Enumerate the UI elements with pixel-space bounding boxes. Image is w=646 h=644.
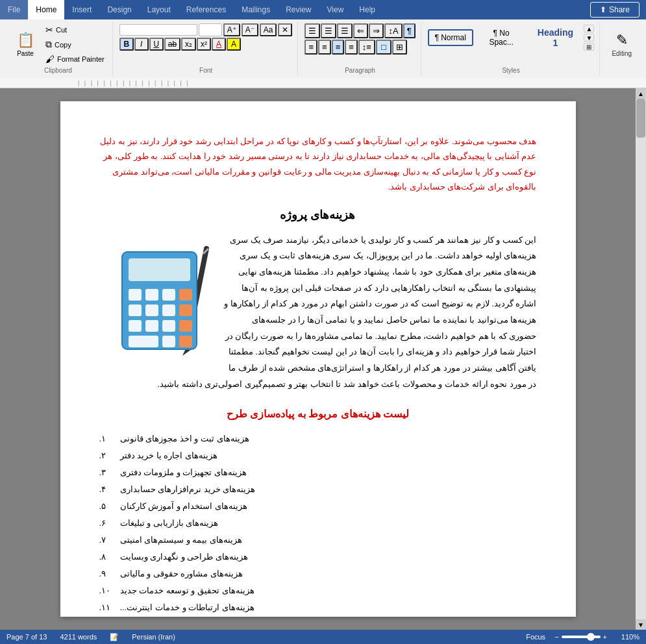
project-costs-section: هزینه‌های پروژه (99, 208, 537, 393)
intro-paragraph: هدف محسوب می‌شوند. علاوه بر این، استارتآ… (99, 134, 537, 195)
list-title: لیست هزینه‌های مربوط به پیاده‌سازی طرح (99, 408, 537, 420)
editing-button[interactable]: ✎ Editing (606, 29, 637, 60)
svg-rect-13 (129, 320, 142, 332)
share-icon: ⬆ (600, 5, 606, 14)
align-right-button[interactable]: ≡ (332, 40, 345, 55)
share-button[interactable]: ⬆ Share (590, 2, 640, 18)
sort-button[interactable]: ↕A (384, 23, 402, 38)
zoom-slider[interactable] (562, 636, 601, 638)
list-item: هزینه‌های استخدام و آموزش کارکنان۵. (99, 498, 524, 515)
tab-file[interactable]: File (0, 0, 28, 19)
styles-content: ¶ Normal ¶ No Spac... Heading 1 ▲ ▼ ⊞ (428, 23, 595, 66)
editing-content: ✎ Editing (606, 23, 637, 66)
document-scroll-area[interactable]: هدف محسوب می‌شوند. علاوه بر این، استارتآ… (0, 88, 636, 630)
section-title-project-costs: هزینه‌های پروژه (99, 208, 537, 222)
clear-formatting-button[interactable]: ✕ (278, 23, 292, 36)
font-size-decrease-button[interactable]: A⁻ (242, 23, 258, 36)
highlight-color-button[interactable]: A (227, 38, 241, 51)
svg-rect-4 (129, 258, 190, 281)
change-case-button[interactable]: Aa (260, 23, 277, 36)
focus-label[interactable]: Focus (526, 633, 545, 641)
cut-button[interactable]: ✂ Cut (43, 23, 107, 36)
decrease-indent-button[interactable]: ⇐ (353, 23, 368, 38)
zoom-out-button[interactable]: − (554, 633, 558, 641)
list-item: هزینه‌های خرید نرم‌افزارهای حسابداری۴. (99, 481, 524, 498)
justify-button[interactable]: ≡ (345, 40, 358, 55)
scroll-thumb[interactable] (636, 99, 645, 138)
style-scroll-down-button[interactable]: ▼ (584, 34, 594, 42)
font-group: Shabnam 11 A⁺ A⁻ Aa ✕ B I U ab x₂ x² (114, 22, 299, 75)
tab-mailings[interactable]: Mailings (234, 0, 278, 19)
tab-layout[interactable]: Layout (140, 0, 179, 19)
increase-indent-button[interactable]: ⇒ (369, 23, 384, 38)
style-heading1[interactable]: Heading 1 (530, 23, 582, 52)
borders-button[interactable]: ⊞ (392, 40, 407, 55)
paragraph-content: ☰ ☰ ☰ ⇐ ⇒ ↕A ¶ ≡ ≡ ≡ ≡ ↕≡ □ ⊞ (304, 23, 415, 66)
font-content: Shabnam 11 A⁺ A⁻ Aa ✕ B I U ab x₂ x² (119, 23, 293, 66)
tab-help[interactable]: Help (351, 0, 383, 19)
ruler: | | | | | | | | | | | | | | | | | | (0, 78, 646, 88)
copy-button[interactable]: ⧉ Copy (43, 38, 107, 51)
numbering-button[interactable]: ☰ (321, 23, 336, 38)
scroll-track (636, 99, 646, 619)
align-center-button[interactable]: ≡ (318, 40, 331, 55)
italic-button[interactable]: I (134, 38, 149, 51)
strikethrough-button[interactable]: ab (164, 38, 180, 51)
clipboard-content: 📋 Paste ✂ Cut ⧉ Copy 🖌 Format Painter (9, 23, 107, 66)
cut-icon: ✂ (45, 25, 53, 35)
svg-rect-6 (145, 289, 158, 301)
svg-rect-17 (129, 336, 158, 347)
style-normal[interactable]: ¶ Normal (428, 29, 473, 46)
tab-references[interactable]: References (179, 0, 234, 19)
proofing-icon: 📝 (110, 633, 119, 641)
styles-group: ¶ Normal ¶ No Spac... Heading 1 ▲ ▼ ⊞ St… (423, 22, 601, 75)
list-item: هزینه‌های مشاوره حقوقی و مالیاتی۹. (99, 565, 524, 582)
calculator-svg (112, 236, 216, 359)
zoom-control[interactable]: − + (554, 633, 607, 641)
multilevel-list-button[interactable]: ☰ (337, 23, 353, 38)
scroll-up-arrow[interactable]: ▲ (636, 88, 646, 99)
font-color-button[interactable]: A (212, 38, 226, 51)
align-left-button[interactable]: ≡ (304, 40, 317, 55)
shading-button[interactable]: □ (376, 40, 391, 55)
show-marks-button[interactable]: ¶ (403, 23, 416, 38)
bullets-button[interactable]: ☰ (304, 23, 320, 38)
style-expand-button[interactable]: ⊞ (584, 43, 594, 51)
zoom-level[interactable]: 110% (616, 633, 640, 641)
cost-items-list: هزینه‌های ثبت و اخذ مجوزهای قانونی۱. هزی… (99, 430, 537, 616)
style-no-spacing[interactable]: ¶ No Spac... (476, 25, 527, 51)
scroll-down-arrow[interactable]: ▼ (636, 619, 646, 630)
font-size-input[interactable]: 11 (199, 23, 222, 36)
status-bar: Page 7 of 13 4211 words 📝 Persian (Iran)… (0, 630, 646, 644)
list-item: هزینه‌های تجهیزات و ملزومات دفتری۳. (99, 464, 524, 481)
zoom-thumb (587, 633, 595, 641)
font-selector: Shabnam 11 A⁺ A⁻ Aa ✕ B I U ab x₂ x² (119, 23, 293, 51)
list-item: هزینه‌های اجاره یا خرید دفتر۲. (99, 447, 524, 464)
language: Persian (Iran) (132, 633, 175, 641)
svg-rect-5 (129, 289, 142, 301)
style-scroll-up-button[interactable]: ▲ (584, 25, 594, 32)
paste-icon: 📋 (17, 32, 34, 49)
subscript-button[interactable]: x₂ (181, 38, 196, 51)
styles-label: Styles (502, 66, 519, 74)
zoom-in-button[interactable]: + (603, 633, 607, 641)
document-scrollbar[interactable]: ▲ ▼ (636, 88, 646, 630)
bold-button[interactable]: B (119, 38, 134, 51)
underline-button[interactable]: U (149, 38, 164, 51)
document-container: هدف محسوب می‌شوند. علاوه بر این، استارتآ… (0, 88, 646, 630)
tab-insert[interactable]: Insert (64, 0, 99, 19)
tab-review[interactable]: Review (278, 0, 319, 19)
tab-home[interactable]: Home (28, 0, 64, 19)
superscript-button[interactable]: x² (197, 38, 211, 51)
list-item: هزینه‌های ارتباطات و خدمات اینترنت...۱۱. (99, 599, 524, 616)
svg-rect-12 (179, 304, 192, 316)
list-item: هزینه‌های طراحی و نگهداری وبسایت۸. (99, 549, 524, 565)
list-item: هزینه‌های بیمه و سیستم‌های امنیتی۷. (99, 532, 524, 549)
format-painter-button[interactable]: 🖌 Format Painter (43, 53, 107, 66)
paste-button[interactable]: 📋 Paste (9, 27, 42, 63)
tab-view[interactable]: View (319, 0, 352, 19)
font-size-increase-button[interactable]: A⁺ (223, 23, 240, 36)
tab-design[interactable]: Design (99, 0, 139, 19)
line-spacing-button[interactable]: ↕≡ (358, 40, 375, 55)
font-name-input[interactable]: Shabnam (119, 24, 197, 36)
